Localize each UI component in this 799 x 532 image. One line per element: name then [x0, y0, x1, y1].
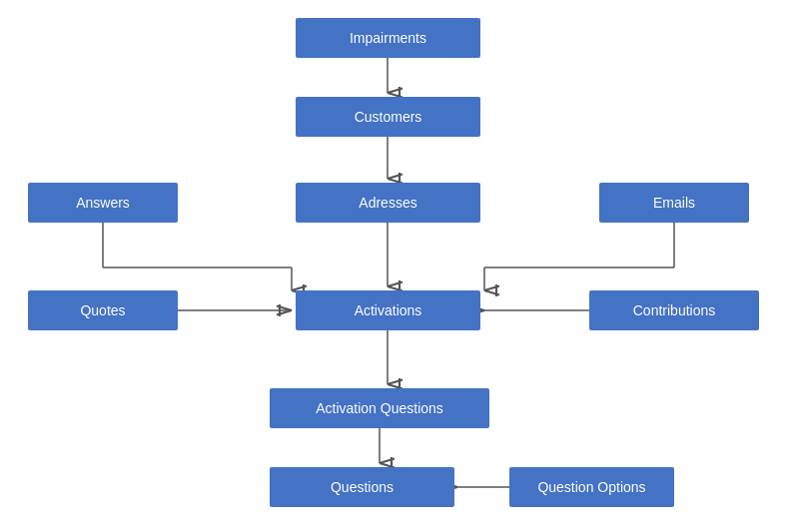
quotes-node: Quotes: [28, 290, 178, 330]
contributions-node: Contributions: [589, 290, 759, 330]
questions-node: Questions: [270, 467, 454, 507]
connector-lines: [0, 0, 799, 532]
activation-questions-node: Activation Questions: [270, 388, 489, 428]
answers-node: Answers: [28, 183, 178, 223]
question-options-node: Question Options: [509, 467, 674, 507]
activations-node: Activations: [296, 290, 480, 330]
customers-node: Customers: [296, 97, 480, 137]
emails-node: Emails: [599, 183, 749, 223]
impairments-node: Impairments: [296, 18, 480, 58]
adresses-node: Adresses: [296, 183, 480, 223]
diagram-container: Impairments Customers Answers Adresses E…: [0, 0, 799, 532]
